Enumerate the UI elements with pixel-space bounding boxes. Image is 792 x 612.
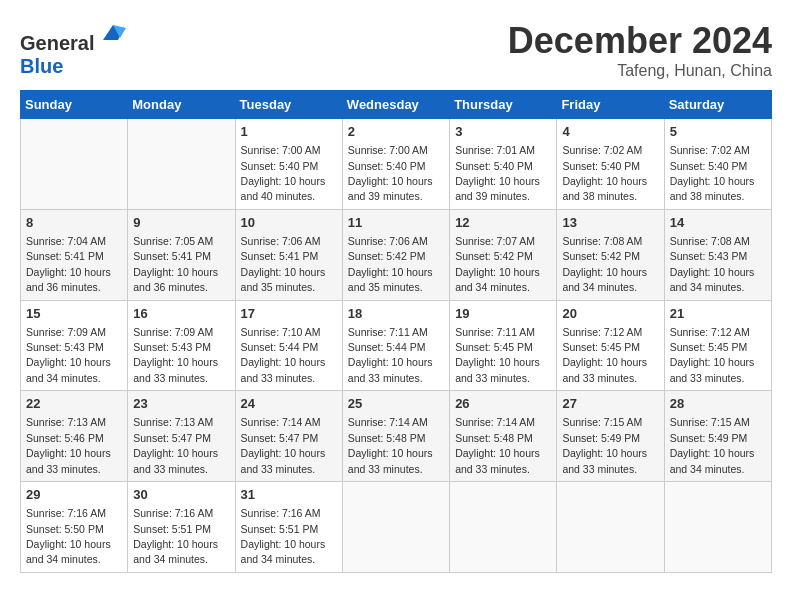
page-header: General Blue December 2024 Tafeng, Hunan… <box>20 20 772 80</box>
weekday-thursday: Thursday <box>450 91 557 119</box>
weekday-monday: Monday <box>128 91 235 119</box>
day-number: 12 <box>455 214 551 232</box>
day-info: Sunrise: 7:00 AMSunset: 5:40 PMDaylight:… <box>241 144 326 202</box>
logo-general: General <box>20 32 94 54</box>
calendar-cell: 10 Sunrise: 7:06 AMSunset: 5:41 PMDaylig… <box>235 209 342 300</box>
day-number: 4 <box>562 123 658 141</box>
calendar-week-4: 22 Sunrise: 7:13 AMSunset: 5:46 PMDaylig… <box>21 391 772 482</box>
calendar-week-5: 29 Sunrise: 7:16 AMSunset: 5:50 PMDaylig… <box>21 482 772 573</box>
day-number: 15 <box>26 305 122 323</box>
day-number: 17 <box>241 305 337 323</box>
calendar-cell: 2 Sunrise: 7:00 AMSunset: 5:40 PMDayligh… <box>342 119 449 210</box>
day-number: 28 <box>670 395 766 413</box>
calendar-cell: 29 Sunrise: 7:16 AMSunset: 5:50 PMDaylig… <box>21 482 128 573</box>
calendar-cell <box>128 119 235 210</box>
calendar-cell: 31 Sunrise: 7:16 AMSunset: 5:51 PMDaylig… <box>235 482 342 573</box>
day-info: Sunrise: 7:12 AMSunset: 5:45 PMDaylight:… <box>562 326 647 384</box>
day-number: 19 <box>455 305 551 323</box>
day-number: 3 <box>455 123 551 141</box>
day-info: Sunrise: 7:16 AMSunset: 5:50 PMDaylight:… <box>26 507 111 565</box>
day-info: Sunrise: 7:09 AMSunset: 5:43 PMDaylight:… <box>133 326 218 384</box>
calendar-cell <box>664 482 771 573</box>
calendar-cell: 17 Sunrise: 7:10 AMSunset: 5:44 PMDaylig… <box>235 300 342 391</box>
day-info: Sunrise: 7:15 AMSunset: 5:49 PMDaylight:… <box>670 416 755 474</box>
day-info: Sunrise: 7:07 AMSunset: 5:42 PMDaylight:… <box>455 235 540 293</box>
logo: General Blue <box>20 20 128 78</box>
calendar-cell: 14 Sunrise: 7:08 AMSunset: 5:43 PMDaylig… <box>664 209 771 300</box>
calendar-cell: 13 Sunrise: 7:08 AMSunset: 5:42 PMDaylig… <box>557 209 664 300</box>
calendar-cell <box>21 119 128 210</box>
day-info: Sunrise: 7:16 AMSunset: 5:51 PMDaylight:… <box>241 507 326 565</box>
calendar-cell <box>450 482 557 573</box>
day-number: 30 <box>133 486 229 504</box>
calendar-cell: 15 Sunrise: 7:09 AMSunset: 5:43 PMDaylig… <box>21 300 128 391</box>
day-info: Sunrise: 7:08 AMSunset: 5:42 PMDaylight:… <box>562 235 647 293</box>
weekday-header-row: SundayMondayTuesdayWednesdayThursdayFrid… <box>21 91 772 119</box>
calendar-header: SundayMondayTuesdayWednesdayThursdayFrid… <box>21 91 772 119</box>
calendar-cell: 30 Sunrise: 7:16 AMSunset: 5:51 PMDaylig… <box>128 482 235 573</box>
day-number: 16 <box>133 305 229 323</box>
calendar-cell: 1 Sunrise: 7:00 AMSunset: 5:40 PMDayligh… <box>235 119 342 210</box>
day-info: Sunrise: 7:11 AMSunset: 5:45 PMDaylight:… <box>455 326 540 384</box>
weekday-sunday: Sunday <box>21 91 128 119</box>
day-info: Sunrise: 7:14 AMSunset: 5:48 PMDaylight:… <box>455 416 540 474</box>
calendar-table: SundayMondayTuesdayWednesdayThursdayFrid… <box>20 90 772 573</box>
calendar-cell: 28 Sunrise: 7:15 AMSunset: 5:49 PMDaylig… <box>664 391 771 482</box>
day-number: 8 <box>26 214 122 232</box>
calendar-cell: 24 Sunrise: 7:14 AMSunset: 5:47 PMDaylig… <box>235 391 342 482</box>
day-number: 14 <box>670 214 766 232</box>
logo-bird-icon <box>98 20 128 50</box>
calendar-cell: 8 Sunrise: 7:04 AMSunset: 5:41 PMDayligh… <box>21 209 128 300</box>
day-info: Sunrise: 7:08 AMSunset: 5:43 PMDaylight:… <box>670 235 755 293</box>
day-info: Sunrise: 7:02 AMSunset: 5:40 PMDaylight:… <box>562 144 647 202</box>
day-info: Sunrise: 7:11 AMSunset: 5:44 PMDaylight:… <box>348 326 433 384</box>
day-number: 24 <box>241 395 337 413</box>
day-number: 25 <box>348 395 444 413</box>
calendar-body: 1 Sunrise: 7:00 AMSunset: 5:40 PMDayligh… <box>21 119 772 573</box>
calendar-cell: 16 Sunrise: 7:09 AMSunset: 5:43 PMDaylig… <box>128 300 235 391</box>
calendar-cell: 4 Sunrise: 7:02 AMSunset: 5:40 PMDayligh… <box>557 119 664 210</box>
calendar-cell <box>557 482 664 573</box>
day-number: 29 <box>26 486 122 504</box>
month-title: December 2024 <box>508 20 772 62</box>
title-block: December 2024 Tafeng, Hunan, China <box>508 20 772 80</box>
day-info: Sunrise: 7:06 AMSunset: 5:41 PMDaylight:… <box>241 235 326 293</box>
day-info: Sunrise: 7:12 AMSunset: 5:45 PMDaylight:… <box>670 326 755 384</box>
day-number: 1 <box>241 123 337 141</box>
calendar-week-3: 15 Sunrise: 7:09 AMSunset: 5:43 PMDaylig… <box>21 300 772 391</box>
weekday-saturday: Saturday <box>664 91 771 119</box>
calendar-week-1: 1 Sunrise: 7:00 AMSunset: 5:40 PMDayligh… <box>21 119 772 210</box>
day-info: Sunrise: 7:13 AMSunset: 5:47 PMDaylight:… <box>133 416 218 474</box>
day-info: Sunrise: 7:09 AMSunset: 5:43 PMDaylight:… <box>26 326 111 384</box>
calendar-cell: 20 Sunrise: 7:12 AMSunset: 5:45 PMDaylig… <box>557 300 664 391</box>
day-info: Sunrise: 7:01 AMSunset: 5:40 PMDaylight:… <box>455 144 540 202</box>
day-info: Sunrise: 7:16 AMSunset: 5:51 PMDaylight:… <box>133 507 218 565</box>
day-number: 5 <box>670 123 766 141</box>
calendar-cell: 22 Sunrise: 7:13 AMSunset: 5:46 PMDaylig… <box>21 391 128 482</box>
day-info: Sunrise: 7:13 AMSunset: 5:46 PMDaylight:… <box>26 416 111 474</box>
logo-blue: Blue <box>20 55 63 77</box>
day-number: 23 <box>133 395 229 413</box>
day-info: Sunrise: 7:04 AMSunset: 5:41 PMDaylight:… <box>26 235 111 293</box>
calendar-cell: 18 Sunrise: 7:11 AMSunset: 5:44 PMDaylig… <box>342 300 449 391</box>
day-number: 27 <box>562 395 658 413</box>
day-info: Sunrise: 7:10 AMSunset: 5:44 PMDaylight:… <box>241 326 326 384</box>
day-number: 22 <box>26 395 122 413</box>
day-info: Sunrise: 7:05 AMSunset: 5:41 PMDaylight:… <box>133 235 218 293</box>
location: Tafeng, Hunan, China <box>508 62 772 80</box>
calendar-cell: 23 Sunrise: 7:13 AMSunset: 5:47 PMDaylig… <box>128 391 235 482</box>
calendar-cell: 12 Sunrise: 7:07 AMSunset: 5:42 PMDaylig… <box>450 209 557 300</box>
weekday-wednesday: Wednesday <box>342 91 449 119</box>
calendar-week-2: 8 Sunrise: 7:04 AMSunset: 5:41 PMDayligh… <box>21 209 772 300</box>
day-number: 13 <box>562 214 658 232</box>
calendar-cell: 27 Sunrise: 7:15 AMSunset: 5:49 PMDaylig… <box>557 391 664 482</box>
day-info: Sunrise: 7:02 AMSunset: 5:40 PMDaylight:… <box>670 144 755 202</box>
weekday-friday: Friday <box>557 91 664 119</box>
calendar-cell: 25 Sunrise: 7:14 AMSunset: 5:48 PMDaylig… <box>342 391 449 482</box>
weekday-tuesday: Tuesday <box>235 91 342 119</box>
day-info: Sunrise: 7:14 AMSunset: 5:48 PMDaylight:… <box>348 416 433 474</box>
day-number: 31 <box>241 486 337 504</box>
calendar-cell: 19 Sunrise: 7:11 AMSunset: 5:45 PMDaylig… <box>450 300 557 391</box>
calendar-cell <box>342 482 449 573</box>
calendar-cell: 21 Sunrise: 7:12 AMSunset: 5:45 PMDaylig… <box>664 300 771 391</box>
